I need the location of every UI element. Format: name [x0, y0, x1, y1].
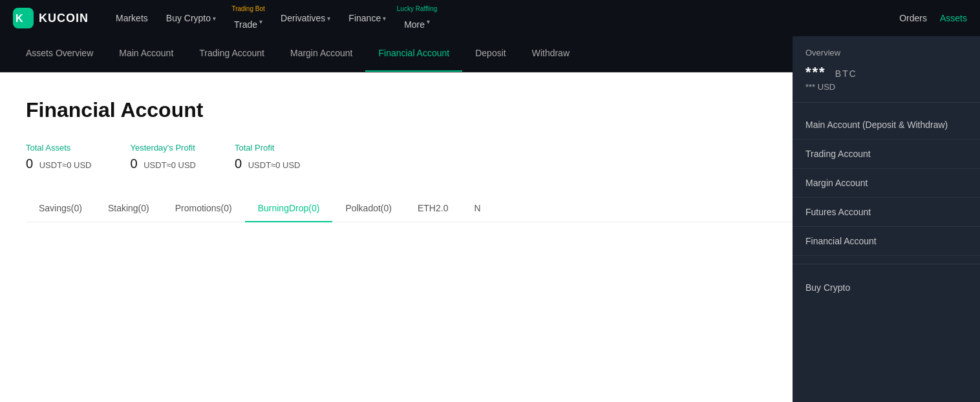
nav-markets-label: Markets	[116, 13, 148, 23]
navbar: K KUCOIN Markets Buy Crypto ▾ Trading Bo…	[0, 0, 980, 36]
tab-eth2[interactable]: ETH2.0	[405, 195, 461, 222]
dropdown-financial-account-label: Financial Account	[805, 236, 877, 246]
trade-badge: Trading Bot	[231, 5, 264, 12]
assets-dropdown-panel: Overview *** BTC *** USD Main Account (D…	[793, 36, 980, 383]
tab-burning-drop[interactable]: BurningDrop(0)	[245, 195, 333, 222]
tab-polkadot[interactable]: Polkadot(0)	[332, 195, 405, 222]
subnav-label-financial-account: Financial Account	[378, 48, 449, 58]
brand-name: KUCOIN	[39, 12, 89, 25]
nav-item-derivatives[interactable]: Derivatives ▾	[272, 0, 339, 36]
dropdown-item-buy-crypto[interactable]: Buy Crypto	[793, 272, 980, 303]
balance-btc-unit: BTC	[835, 69, 857, 79]
stat-total-profit-unit: USDT≈0 USD	[248, 160, 301, 170]
kucoin-logo-icon: K	[13, 8, 34, 28]
tab-savings[interactable]: Savings(0)	[26, 195, 95, 222]
chevron-down-icon: ▾	[327, 15, 330, 22]
nav-item-finance[interactable]: Finance ▾	[339, 0, 395, 36]
subnav-item-withdraw[interactable]: Withdraw	[519, 36, 582, 72]
nav-item-more[interactable]: Lucky Raffling More ▾	[395, 0, 439, 36]
tab-promotions-label: Promotions(0)	[175, 203, 232, 213]
dropdown-item-futures-account[interactable]: Futures Account	[793, 198, 980, 227]
balance-usd: *** USD	[805, 82, 967, 92]
dropdown-futures-account-label: Futures Account	[805, 207, 871, 217]
nav-trade-label: Trade	[234, 19, 257, 30]
tab-savings-label: Savings(0)	[39, 203, 82, 213]
subnav-item-financial-account[interactable]: Financial Account	[365, 36, 462, 72]
tab-eth2-label: ETH2.0	[418, 203, 448, 213]
stat-total-profit-value: 0 USDT≈0 USD	[235, 156, 301, 171]
stat-yesterdays-profit-value: 0 USDT≈0 USD	[131, 156, 197, 171]
chevron-down-icon: ▾	[383, 15, 386, 22]
subnav-item-margin-account[interactable]: Margin Account	[277, 36, 366, 72]
stat-total-assets-value: 0 USDT≈0 USD	[26, 156, 92, 171]
stat-total-profit-number: 0	[235, 156, 242, 171]
dropdown-item-margin-account[interactable]: Margin Account	[793, 169, 980, 198]
stat-total-assets: Total Assets 0 USDT≈0 USD	[26, 143, 92, 171]
dropdown-divider-2	[793, 264, 980, 264]
chevron-down-icon: ▾	[427, 18, 430, 25]
subnav-item-deposit[interactable]: Deposit	[462, 36, 518, 72]
dropdown-item-financial-account[interactable]: Financial Account	[793, 227, 980, 256]
subnav-label-deposit: Deposit	[475, 48, 506, 58]
logo[interactable]: K KUCOIN	[13, 8, 89, 28]
tab-next[interactable]: N	[461, 195, 493, 222]
nav-buy-crypto-label: Buy Crypto	[166, 13, 211, 23]
nav-item-buy-crypto[interactable]: Buy Crypto ▾	[157, 0, 225, 36]
more-badge: Lucky Raffling	[397, 5, 438, 12]
subnav-item-main-account[interactable]: Main Account	[106, 36, 186, 72]
stat-yesterdays-profit: Yesterday's Profit 0 USDT≈0 USD	[131, 143, 197, 171]
nav-links: Markets Buy Crypto ▾ Trading Bot Trade ▾…	[107, 0, 899, 36]
nav-item-trade[interactable]: Trading Bot Trade ▾	[225, 0, 272, 36]
chevron-down-icon: ▾	[213, 15, 216, 22]
stat-total-assets-label: Total Assets	[26, 143, 92, 153]
stat-yesterdays-profit-unit: USDT≈0 USD	[144, 160, 196, 170]
stat-yesterdays-profit-number: 0	[131, 156, 138, 171]
nav-more-label: More	[404, 19, 425, 30]
stat-total-assets-number: 0	[26, 156, 33, 171]
chevron-down-icon: ▾	[259, 18, 262, 25]
dropdown-balance: *** BTC *** USD	[793, 60, 980, 94]
stat-yesterdays-profit-label: Yesterday's Profit	[131, 143, 197, 153]
subnav-label-main-account: Main Account	[119, 48, 173, 58]
nav-derivatives-label: Derivatives	[281, 13, 325, 23]
subnav-item-trading-account[interactable]: Trading Account	[186, 36, 277, 72]
nav-finance-label: Finance	[348, 13, 381, 23]
nav-assets-button[interactable]: Assets	[940, 13, 967, 23]
stat-total-profit: Total Profit 0 USDT≈0 USD	[235, 143, 301, 171]
dropdown-trading-account-label: Trading Account	[805, 149, 871, 159]
dropdown-overview-label: Overview	[793, 36, 980, 60]
tab-polkadot-label: Polkadot(0)	[345, 203, 392, 213]
subnav-label-withdraw: Withdraw	[532, 48, 570, 58]
balance-btc-value: ***	[805, 64, 826, 80]
dropdown-divider-1	[793, 102, 980, 103]
subnav-label-assets-overview: Assets Overview	[26, 48, 93, 58]
tab-promotions[interactable]: Promotions(0)	[162, 195, 245, 222]
balance-btc: *** BTC	[805, 64, 967, 81]
dropdown-margin-account-label: Margin Account	[805, 178, 868, 188]
nav-orders-button[interactable]: Orders	[899, 13, 927, 23]
nav-right: Orders Assets	[899, 13, 967, 23]
dropdown-main-account-label: Main Account (Deposit & Withdraw)	[805, 120, 948, 130]
stat-total-profit-label: Total Profit	[235, 143, 301, 153]
svg-text:K: K	[16, 13, 23, 24]
subnav-label-trading-account: Trading Account	[199, 48, 264, 58]
tab-staking-label: Staking(0)	[108, 203, 149, 213]
subnav-item-assets-overview[interactable]: Assets Overview	[13, 36, 106, 72]
dropdown-item-trading-account[interactable]: Trading Account	[793, 140, 980, 169]
tab-next-label: N	[474, 203, 480, 213]
subnav-label-margin-account: Margin Account	[290, 48, 353, 58]
nav-item-markets[interactable]: Markets	[107, 0, 157, 36]
tab-staking[interactable]: Staking(0)	[95, 195, 162, 222]
dropdown-item-main-account[interactable]: Main Account (Deposit & Withdraw)	[793, 111, 980, 140]
dropdown-buy-crypto-label: Buy Crypto	[805, 282, 850, 293]
stat-total-assets-unit: USDT≈0 USD	[39, 160, 92, 170]
tab-burning-drop-label: BurningDrop(0)	[258, 203, 320, 213]
